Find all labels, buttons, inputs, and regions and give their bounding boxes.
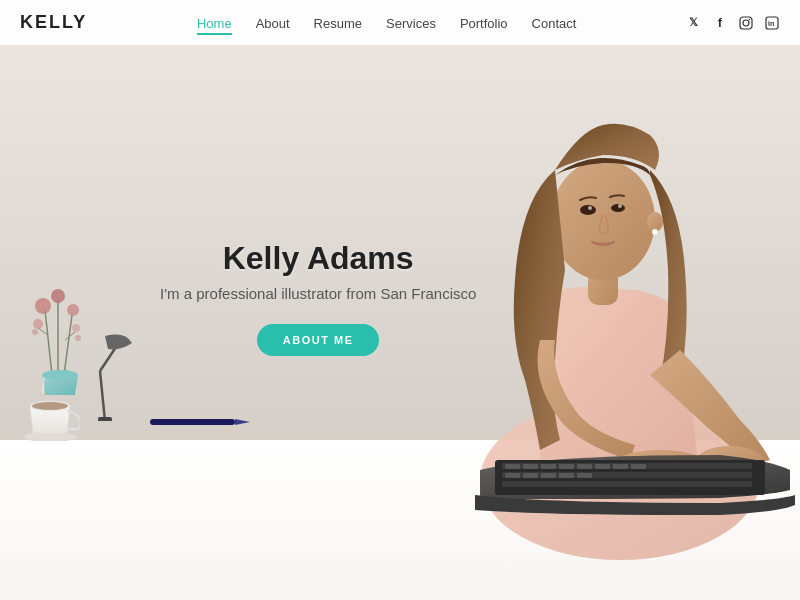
nav-item-resume[interactable]: Resume [314,14,362,32]
nav-link-contact[interactable]: Contact [532,16,577,31]
svg-rect-25 [541,473,556,478]
nav-link-about[interactable]: About [256,16,290,31]
svg-text:in: in [768,20,774,27]
nav-link-services[interactable]: Services [386,16,436,31]
svg-rect-15 [505,464,520,469]
nav-item-contact[interactable]: Contact [532,14,577,32]
desk-lamp [70,321,140,425]
svg-rect-27 [577,473,592,478]
svg-point-3 [580,205,596,215]
svg-point-43 [32,402,68,410]
svg-rect-20 [595,464,610,469]
nav-item-home[interactable]: Home [197,14,232,32]
svg-rect-24 [523,473,538,478]
nav-item-portfolio[interactable]: Portfolio [460,14,508,32]
svg-point-4 [588,206,592,210]
nav-item-services[interactable]: Services [386,14,436,32]
svg-rect-21 [613,464,628,469]
svg-rect-14 [502,481,752,487]
svg-line-28 [45,310,52,375]
svg-rect-18 [559,464,574,469]
svg-point-50 [749,18,751,20]
svg-point-41 [25,432,77,441]
svg-rect-16 [523,464,538,469]
svg-line-44 [100,371,105,421]
nav-item-about[interactable]: About [256,14,290,32]
svg-point-49 [743,20,749,26]
linkedin-link[interactable]: in [764,15,780,31]
svg-rect-48 [740,17,752,29]
navbar: KELLY Home About Resume Services Portfol… [0,0,800,45]
site-logo: KELLY [20,12,87,33]
twitter-link[interactable]: 𝕏 [686,15,702,31]
svg-rect-17 [541,464,556,469]
facebook-link[interactable]: f [712,15,728,31]
svg-rect-22 [631,464,646,469]
hero-subtitle: I'm a professional illustrator from San … [160,285,476,302]
hero-section: KELLY Home About Resume Services Portfol… [0,0,800,600]
nav-link-home[interactable]: Home [197,16,232,35]
svg-rect-46 [98,417,112,421]
svg-point-35 [51,289,65,303]
svg-rect-47 [150,419,235,425]
svg-point-5 [611,204,625,212]
svg-rect-23 [505,473,520,478]
nav-links: Home About Resume Services Portfolio Con… [197,14,576,32]
svg-point-34 [33,319,43,329]
pen [150,414,250,432]
hero-name: Kelly Adams [160,240,476,277]
svg-point-33 [35,298,51,314]
svg-rect-19 [577,464,592,469]
svg-rect-26 [559,473,574,478]
nav-link-portfolio[interactable]: Portfolio [460,16,508,31]
social-links: 𝕏 f in [686,15,780,31]
svg-point-36 [67,304,79,316]
svg-point-2 [551,160,655,280]
svg-point-6 [618,204,622,208]
svg-point-38 [32,329,38,335]
instagram-link[interactable] [738,15,754,31]
nav-link-resume[interactable]: Resume [314,16,362,31]
about-me-button[interactable]: ABOUT ME [257,324,380,356]
svg-rect-13 [502,472,752,478]
svg-point-8 [652,229,658,235]
hero-text-block: Kelly Adams I'm a professional illustrat… [160,240,476,356]
